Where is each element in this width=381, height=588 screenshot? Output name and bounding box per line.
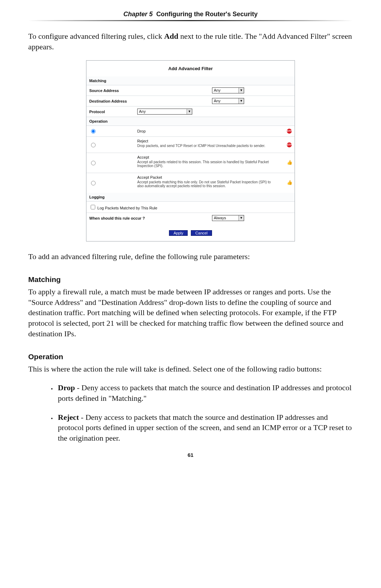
schedule-label: When should this rule occur ? <box>86 213 209 223</box>
operation-drop-label: Drop <box>134 126 275 137</box>
add-advanced-filter-dialog: Add Advanced Filter Matching Source Addr… <box>86 60 295 241</box>
chapter-header: Chapter 5 Configuring the Router's Secur… <box>28 11 353 18</box>
chevron-down-icon: ▼ <box>238 215 244 221</box>
matching-section-header: Matching <box>86 76 295 85</box>
thumbs-up-icon: 👍 <box>287 160 292 165</box>
chevron-down-icon: ▼ <box>238 98 244 104</box>
matching-heading: Matching <box>28 275 353 284</box>
page-number: 61 <box>28 452 353 458</box>
thumbs-up-icon: 👍 <box>287 180 292 185</box>
operation-accept-label: Accept <box>137 155 272 159</box>
protocol-label: Protocol <box>86 106 134 117</box>
divider <box>28 20 353 21</box>
matching-paragraph: To apply a firewall rule, a match must b… <box>28 287 353 339</box>
chevron-down-icon: ▼ <box>187 109 192 114</box>
dialog-title: Add Advanced Filter <box>86 61 295 76</box>
source-address-label: Source Address <box>86 85 209 96</box>
after-screenshot-paragraph: To add an advanced filtering rule, defin… <box>28 251 353 262</box>
protocol-select[interactable]: Any ▼ <box>137 109 192 115</box>
intro-paragraph: To configure advanced filtering rules, c… <box>28 31 353 52</box>
operation-drop-radio[interactable] <box>91 129 96 134</box>
operation-intro: This is where the action the rule will t… <box>28 364 353 374</box>
stop-icon: STP <box>287 142 292 147</box>
chapter-title: Configuring the Router's Security <box>156 11 258 18</box>
operation-reject-radio[interactable] <box>91 143 96 147</box>
chapter-label: Chapter 5 <box>123 11 153 18</box>
destination-address-select[interactable]: Any ▼ <box>212 98 244 104</box>
source-address-select[interactable]: Any ▼ <box>212 87 244 93</box>
operation-accept-packet-desc: Accept packets matching this rule only. … <box>137 179 272 191</box>
chevron-down-icon: ▼ <box>238 88 244 93</box>
schedule-select[interactable]: Always ▼ <box>212 215 244 221</box>
operation-section-header: Operation <box>86 117 295 126</box>
destination-address-label: Destination Address <box>86 96 209 106</box>
operation-accept-desc: Accept all packets related to this sessi… <box>137 159 272 171</box>
operation-accept-radio[interactable] <box>91 161 96 165</box>
operation-reject-desc: Drop packets, and send TCP Reset or ICMP… <box>137 143 272 151</box>
log-packets-label: Log Packets Matched by This Rule <box>97 206 157 210</box>
logging-section-header: Logging <box>86 193 295 202</box>
operation-reject-label: Reject <box>137 139 272 143</box>
operation-accept-packet-label: Accept Packet <box>137 175 272 179</box>
cancel-button[interactable]: Cancel <box>191 230 212 236</box>
log-packets-checkbox[interactable] <box>91 205 95 209</box>
operation-reject-item: Reject - Deny access to packets that mat… <box>56 412 353 443</box>
operation-heading: Operation <box>28 353 353 361</box>
operation-accept-packet-radio[interactable] <box>91 181 96 185</box>
stop-icon: STP <box>287 129 292 134</box>
operation-drop-item: Drop - Deny access to packets that match… <box>56 382 353 403</box>
apply-button[interactable]: Apply <box>169 230 188 236</box>
